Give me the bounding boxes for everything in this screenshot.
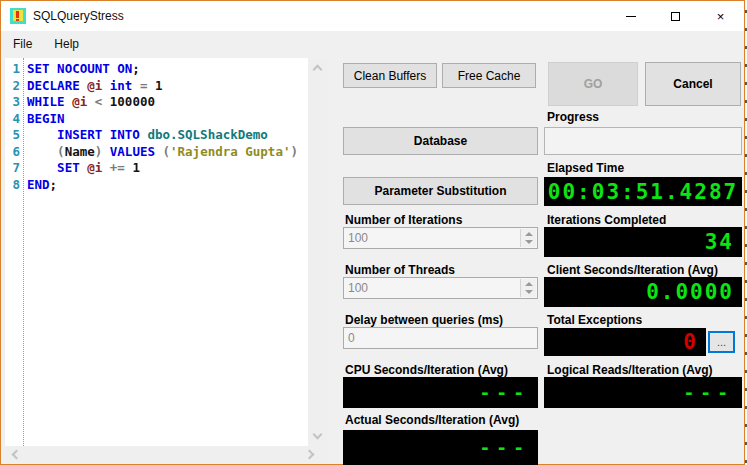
minimize-button[interactable] [608, 1, 653, 31]
line-number: 6 [5, 144, 20, 161]
close-button[interactable]: × [698, 1, 743, 31]
elapsed-time-display: 00:03:51.4287 [544, 177, 742, 206]
spin-down-icon[interactable] [525, 290, 533, 294]
delay-label: Delay between queries (ms) [345, 313, 503, 327]
progress-label: Progress [547, 110, 599, 124]
elapsed-time-value: 00:03:51.4287 [544, 180, 742, 204]
actual-seconds-label: Actual Seconds/Iteration (Avg) [345, 413, 519, 427]
code-line: 5 INSERT INTO dbo.SQLShackDemo [5, 127, 308, 144]
app-icon [10, 8, 26, 24]
parameter-substitution-button[interactable]: Parameter Substitution [343, 177, 538, 205]
iterations-completed-display: 34 [544, 227, 742, 257]
app-icon-exclamation [16, 11, 19, 18]
total-exceptions-value: 0 [544, 330, 706, 354]
menu-help[interactable]: Help [44, 34, 89, 54]
line-number: 2 [5, 78, 20, 95]
code-text: BEGIN [20, 111, 65, 128]
iterations-label: Number of Iterations [345, 213, 462, 227]
window-controls: × [608, 1, 743, 31]
exceptions-more-button[interactable]: ... [708, 331, 735, 353]
minimize-icon [626, 16, 636, 17]
scroll-left-icon[interactable] [12, 450, 22, 460]
total-exceptions-display: 0 [544, 328, 706, 356]
total-exceptions-label: Total Exceptions [547, 313, 642, 327]
code-line: 8END; [5, 177, 308, 194]
iterations-spinner[interactable]: 100 [343, 227, 538, 249]
titlebar: SQLQueryStress × [1, 1, 744, 31]
threads-spin-buttons[interactable] [520, 279, 536, 297]
actual-seconds-display: --- [343, 430, 538, 465]
code-text: SET @i += 1 [20, 160, 140, 177]
scroll-up-icon[interactable] [313, 65, 323, 75]
database-button[interactable]: Database [343, 127, 538, 155]
cpu-seconds-value: --- [343, 382, 538, 403]
maximize-button[interactable] [653, 1, 698, 31]
go-button: GO [548, 62, 638, 106]
threads-spinner[interactable]: 100 [343, 277, 538, 299]
menu-file[interactable]: File [3, 34, 42, 54]
free-cache-button[interactable]: Free Cache [442, 63, 536, 88]
window-title: SQLQueryStress [33, 9, 124, 23]
line-number: 8 [5, 177, 20, 194]
logical-reads-display: --- [544, 377, 742, 408]
code-lines: 1SET NOCOUNT ON;2DECLARE @i int = 13WHIL… [5, 61, 308, 193]
logical-reads-label: Logical Reads/Iteration (Avg) [547, 363, 713, 377]
code-line: 6 (Name) VALUES ('Rajendra Gupta') [5, 144, 308, 161]
client-seconds-value: 0.0000 [544, 280, 742, 304]
spin-up-icon[interactable] [525, 232, 533, 236]
progress-bar [544, 127, 742, 155]
iterations-completed-label: Iterations Completed [547, 213, 666, 227]
iterations-spin-buttons[interactable] [520, 229, 536, 247]
code-text: END; [20, 177, 57, 194]
line-number: 1 [5, 61, 20, 78]
line-number: 3 [5, 94, 20, 111]
client-seconds-label: Client Seconds/Iteration (Avg) [547, 263, 718, 277]
cpu-seconds-label: CPU Seconds/Iteration (Avg) [345, 363, 508, 377]
code-text: WHILE @i < 100000 [20, 94, 155, 111]
logical-reads-value: --- [544, 382, 742, 403]
app-icon-exclamation-dot [16, 19, 19, 21]
client-seconds-display: 0.0000 [544, 277, 742, 307]
line-number: 4 [5, 111, 20, 128]
close-icon: × [717, 10, 725, 23]
sql-editor[interactable]: 1SET NOCOUNT ON;2DECLARE @i int = 13WHIL… [5, 58, 308, 446]
cancel-button[interactable]: Cancel [645, 62, 741, 106]
code-line: 7 SET @i += 1 [5, 160, 308, 177]
threads-label: Number of Threads [345, 263, 455, 277]
line-number: 5 [5, 127, 20, 144]
code-text: DECLARE @i int = 1 [20, 78, 163, 95]
line-number: 7 [5, 160, 20, 177]
cpu-seconds-display: --- [343, 377, 538, 408]
scroll-down-icon[interactable] [313, 430, 323, 440]
code-text: (Name) VALUES ('Rajendra Gupta') [20, 144, 298, 161]
editor-horizontal-scrollbar[interactable] [5, 446, 327, 464]
spin-up-icon[interactable] [525, 282, 533, 286]
code-line: 1SET NOCOUNT ON; [5, 61, 308, 78]
code-text: INSERT INTO dbo.SQLShackDemo [20, 127, 268, 144]
actual-seconds-value: --- [343, 437, 538, 458]
menubar: File Help [1, 32, 744, 55]
spin-down-icon[interactable] [525, 240, 533, 244]
delay-input[interactable]: 0 [343, 327, 538, 349]
iterations-value: 100 [348, 231, 368, 245]
iterations-completed-value: 34 [544, 230, 742, 254]
code-text: SET NOCOUNT ON; [20, 61, 140, 78]
elapsed-time-label: Elapsed Time [547, 161, 624, 175]
app-window: SQLQueryStress × File Help 1SET NOCOUNT … [0, 0, 745, 465]
code-line: 2DECLARE @i int = 1 [5, 78, 308, 95]
scroll-right-icon[interactable] [305, 450, 315, 460]
maximize-icon [671, 12, 680, 21]
threads-value: 100 [348, 281, 368, 295]
delay-value: 0 [348, 331, 355, 345]
code-line: 4BEGIN [5, 111, 308, 128]
editor-vertical-scrollbar[interactable] [308, 58, 327, 446]
clean-buffers-button[interactable]: Clean Buffers [343, 63, 437, 88]
code-line: 3WHILE @i < 100000 [5, 94, 308, 111]
